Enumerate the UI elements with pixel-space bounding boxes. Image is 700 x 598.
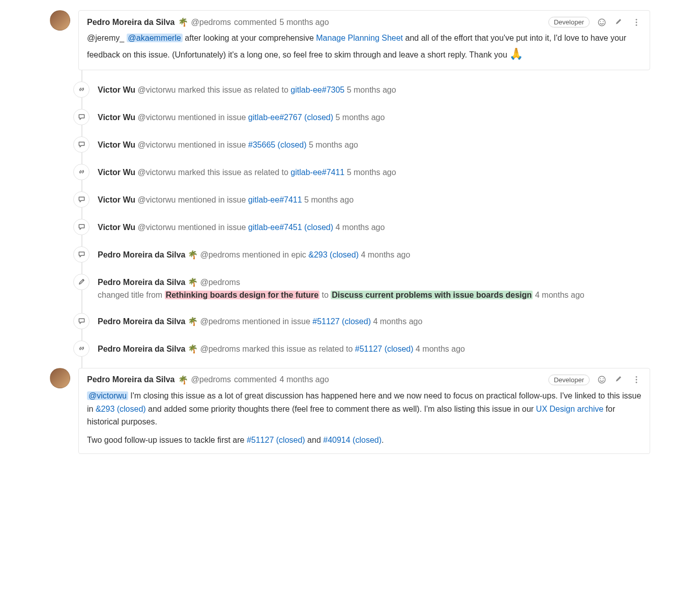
system-note-body: Victor Wu @victorwu mentioned in issue #…: [98, 136, 650, 152]
status-emoji: 🌴: [188, 317, 198, 326]
avatar[interactable]: [50, 10, 70, 31]
title-old: Rethinking boards design for the future: [165, 291, 319, 299]
system-note-body: Pedro Moreira da Silva 🌴 @pedromschanged…: [98, 274, 650, 302]
more-actions-button[interactable]: [631, 375, 641, 385]
reference-link[interactable]: &293 (closed): [308, 250, 359, 259]
author-name[interactable]: Pedro Moreira da Silva: [98, 278, 186, 287]
mention-highlight[interactable]: @akaemmerle: [127, 34, 183, 42]
author-name[interactable]: Pedro Moreira da Silva: [98, 317, 186, 326]
comment-icon: [73, 136, 90, 153]
title-new: Discuss current problems with issue boar…: [331, 291, 533, 299]
system-note: Pedro Moreira da Silva 🌴 @pedroms mentio…: [50, 313, 650, 329]
reference-link[interactable]: gitlab-ee#7411: [248, 195, 302, 204]
reference-link[interactable]: #51127 (closed): [312, 317, 371, 326]
note-time[interactable]: 5 months ago: [347, 86, 396, 94]
system-note-body: Victor Wu @victorwu marked this issue as…: [98, 81, 650, 97]
system-note: Victor Wu @victorwu mentioned in issue #…: [50, 136, 650, 153]
note-time[interactable]: 4 months ago: [361, 250, 410, 259]
comment-time[interactable]: 5 months ago: [280, 18, 329, 27]
system-note-body: Pedro Moreira da Silva 🌴 @pedroms marked…: [98, 340, 650, 356]
system-note: Victor Wu @victorwu marked this issue as…: [50, 81, 650, 98]
inline-link[interactable]: #40914 (closed): [323, 436, 382, 444]
emoji-react-button[interactable]: [597, 17, 607, 27]
author-handle[interactable]: @victorwu: [138, 140, 176, 149]
note-time[interactable]: 5 months ago: [309, 140, 358, 149]
inline-link[interactable]: &293 (closed): [96, 405, 146, 413]
comment-icon: [73, 219, 90, 235]
note-action: mentioned in issue: [176, 140, 248, 149]
author-handle[interactable]: @pedroms: [200, 345, 240, 353]
text: after looking at your comprehensive: [183, 34, 316, 42]
author-name[interactable]: Victor Wu: [98, 168, 135, 177]
link-icon: [73, 81, 90, 98]
reference-link[interactable]: gitlab-ee#2767 (closed): [248, 113, 333, 122]
author-handle[interactable]: @pedroms: [191, 18, 231, 27]
note-action: mentioned in issue: [176, 195, 248, 204]
author-handle[interactable]: @pedroms: [200, 317, 240, 326]
author-name[interactable]: Victor Wu: [98, 223, 135, 232]
edit-comment-button[interactable]: [614, 17, 624, 27]
more-actions-button[interactable]: [631, 17, 641, 27]
note-time[interactable]: 5 months ago: [335, 113, 385, 122]
author-name[interactable]: Pedro Moreira da Silva: [98, 250, 186, 259]
author-name[interactable]: Victor Wu: [98, 86, 135, 94]
role-badge: Developer: [548, 375, 590, 385]
system-note-body: Victor Wu @victorwu mentioned in issue g…: [98, 109, 650, 124]
system-note: Pedro Moreira da Silva 🌴 @pedroms mentio…: [50, 246, 650, 263]
system-note: Victor Wu @victorwu marked this issue as…: [50, 164, 650, 180]
system-note: Pedro Moreira da Silva 🌴 @pedroms marked…: [50, 340, 650, 357]
author-handle[interactable]: @victorwu: [138, 86, 176, 94]
text: Two good follow-up issues to tackle firs…: [87, 436, 247, 444]
note-time[interactable]: 5 months ago: [304, 195, 354, 204]
author-handle[interactable]: @victorwu: [138, 168, 176, 177]
link-icon: [73, 340, 90, 357]
reference-link[interactable]: gitlab-ee#7411: [290, 168, 344, 177]
comment-icon: [73, 109, 90, 125]
note-time[interactable]: 4 months ago: [416, 345, 465, 353]
note-time[interactable]: 4 months ago: [373, 317, 422, 326]
edit-comment-button[interactable]: [614, 375, 624, 385]
reference-link[interactable]: gitlab-ee#7305: [290, 86, 344, 94]
system-note: Victor Wu @victorwu mentioned in issue g…: [50, 109, 650, 125]
comment-icon: [73, 246, 90, 263]
system-note: Pedro Moreira da Silva 🌴 @pedromschanged…: [50, 274, 650, 302]
note-action: mentioned in issue: [240, 317, 312, 326]
text: and added some priority thoughts there (…: [146, 405, 536, 413]
avatar[interactable]: [50, 368, 70, 388]
link-icon: [73, 164, 90, 180]
author-handle[interactable]: @pedroms: [200, 250, 240, 259]
author-handle[interactable]: @victorwu: [138, 195, 176, 204]
author-name[interactable]: Pedro Moreira da Silva: [87, 18, 175, 27]
author-handle[interactable]: @victorwu: [138, 223, 176, 232]
author-name[interactable]: Victor Wu: [98, 140, 135, 149]
emoji-react-button[interactable]: [597, 375, 607, 385]
note-time[interactable]: 5 months ago: [347, 168, 396, 177]
note-action: marked this issue as related to: [176, 168, 290, 177]
pray-emoji: 🙏: [509, 47, 523, 60]
system-note-body: Pedro Moreira da Silva 🌴 @pedroms mentio…: [98, 246, 650, 262]
title-change-prefix: changed title from: [98, 291, 165, 299]
system-note: Victor Wu @victorwu mentioned in issue g…: [50, 191, 650, 208]
author-name[interactable]: Victor Wu: [98, 195, 135, 204]
inline-link[interactable]: Manage Planning Sheet: [316, 34, 403, 42]
author-name[interactable]: Victor Wu: [98, 113, 135, 122]
author-name[interactable]: Pedro Moreira da Silva: [98, 345, 186, 353]
author-name[interactable]: Pedro Moreira da Silva: [87, 375, 175, 384]
mention[interactable]: @jeremy_: [87, 34, 124, 42]
note-time[interactable]: 4 months ago: [535, 291, 585, 299]
comment-body: @jeremy_ @akaemmerle after looking at yo…: [87, 32, 641, 63]
reference-link[interactable]: gitlab-ee#7451 (closed): [248, 223, 333, 232]
reference-link[interactable]: #51127 (closed): [355, 345, 414, 353]
author-handle[interactable]: @pedroms: [191, 375, 231, 384]
note-time[interactable]: 4 months ago: [335, 223, 385, 232]
mention-highlight[interactable]: @victorwu: [87, 391, 128, 400]
author-handle[interactable]: @pedroms: [200, 278, 240, 287]
reference-link[interactable]: #35665 (closed): [248, 140, 307, 149]
pencil-icon: [73, 274, 90, 290]
note-action: mentioned in epic: [240, 250, 308, 259]
inline-link[interactable]: #51127 (closed): [247, 436, 305, 444]
comment-time[interactable]: 4 months ago: [280, 375, 329, 384]
status-emoji: 🌴: [178, 17, 188, 27]
author-handle[interactable]: @victorwu: [138, 113, 176, 122]
inline-link[interactable]: UX Design archive: [536, 405, 604, 413]
